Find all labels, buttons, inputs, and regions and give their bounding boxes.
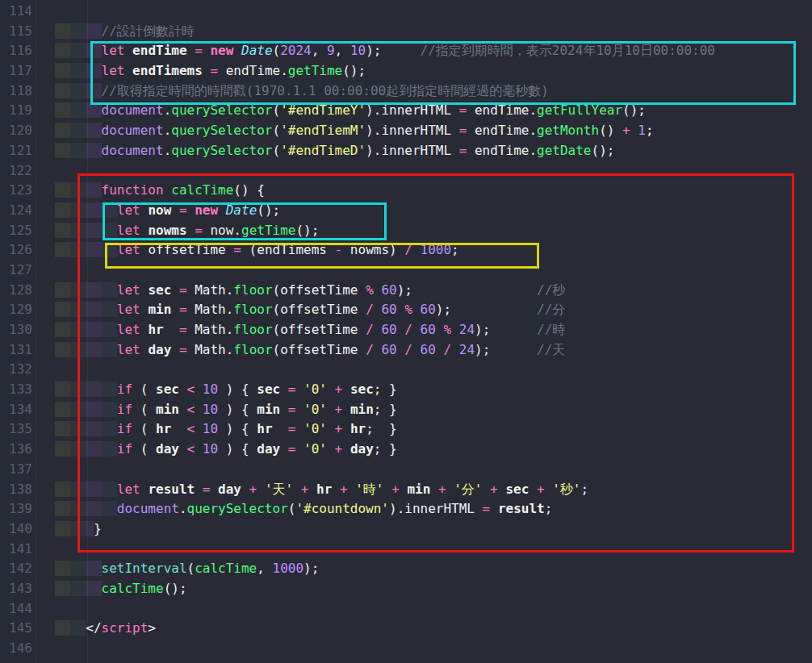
code-line[interactable]: 132 (0, 360, 812, 380)
indent-rainbow-stripe (40, 143, 55, 158)
indent-rainbow-stripe (70, 223, 86, 238)
indent-rainbow-stripe (70, 43, 86, 58)
indent-rainbow-stripe (55, 43, 70, 58)
code-line[interactable]: 126 let offsetTime = (endTimems - nowms)… (0, 240, 812, 261)
line-number: 143 (0, 579, 32, 599)
code-line[interactable]: 130 let hr = Math.floor(offsetTime / 60 … (0, 320, 812, 340)
indent-rainbow-stripe (70, 501, 86, 516)
indent-rainbow-stripe (86, 242, 101, 257)
line-number: 140 (0, 519, 32, 540)
line-number: 116 (0, 41, 32, 61)
code-line-text: document.querySelector('#endTimeD').inne… (40, 141, 615, 161)
code-line[interactable]: 117 let endTimems = endTime.getTime(); (0, 61, 812, 81)
code-line-text: let hr = Math.floor(offsetTime / 60 / 60… (40, 320, 566, 340)
line-number: 141 (0, 540, 32, 560)
indent-rainbow-stripe (70, 242, 86, 257)
code-line-text: if ( min < 10 ) { min = '0' + min; } (40, 400, 397, 420)
code-line[interactable]: 143 calcTime(); (0, 579, 812, 599)
code-line[interactable]: 135 if ( hr < 10 ) { hr = '0' + hr; } (0, 419, 812, 440)
indent-rainbow-stripe (55, 282, 70, 298)
code-line[interactable]: 146 (0, 639, 812, 659)
indent-rainbow-stripe (55, 342, 70, 357)
code-line[interactable]: 144 (0, 599, 812, 619)
code-editor[interactable]: 114115 //設計倒數計時116 let endTime = new Dat… (0, 0, 812, 663)
indent-rainbow-stripe (40, 23, 55, 39)
indent-rainbow-stripe (70, 182, 86, 198)
indent-rainbow-stripe (55, 102, 70, 118)
indent-rainbow-stripe (55, 521, 70, 536)
indent-rainbow-stripe (40, 43, 55, 58)
code-line[interactable]: 114 (0, 2, 812, 22)
indent-rainbow-stripe (86, 182, 101, 198)
indent-rainbow-stripe (55, 83, 70, 98)
indent-rainbow-stripe (102, 342, 117, 357)
indent-rainbow-stripe (40, 223, 55, 238)
indent-rainbow-stripe (86, 561, 101, 576)
code-line-text: //設計倒數計時 (40, 22, 195, 42)
indent-rainbow-stripe (86, 23, 101, 39)
code-line[interactable]: 139 document.querySelector('#countdown')… (0, 499, 812, 519)
code-line[interactable]: 134 if ( min < 10 ) { min = '0' + min; } (0, 400, 812, 420)
line-number: 130 (0, 320, 32, 340)
indent-rainbow-stripe (70, 83, 86, 98)
indent-rainbow-stripe (70, 620, 86, 636)
code-line[interactable]: 125 let nowms = now.getTime(); (0, 221, 812, 241)
code-line[interactable]: 115 //設計倒數計時 (0, 22, 812, 42)
indent-rainbow-stripe (102, 402, 117, 417)
indent-guide (36, 0, 36, 663)
indent-rainbow-stripe (55, 23, 70, 39)
indent-rainbow-stripe (86, 322, 101, 337)
indent-rainbow-stripe (55, 581, 70, 596)
indent-rainbow-stripe (70, 421, 86, 436)
indent-rainbow-stripe (70, 561, 86, 576)
indent-rainbow-stripe (102, 382, 117, 397)
line-number: 115 (0, 22, 32, 42)
line-number: 118 (0, 81, 32, 102)
code-line[interactable]: 136 if ( day < 10 ) { day = '0' + day; } (0, 440, 812, 460)
code-line-text: let nowms = now.getTime(); (40, 221, 320, 241)
code-line[interactable]: 123 function calcTime() { (0, 181, 812, 201)
line-number: 144 (0, 599, 32, 619)
indent-rainbow-stripe (70, 123, 86, 138)
code-line-text: document.querySelector('#endTiemM').inne… (40, 121, 654, 141)
code-line-text: document.querySelector('#endTimeY').inne… (40, 101, 646, 121)
code-line[interactable]: 128 let sec = Math.floor(offsetTime % 60… (0, 281, 812, 301)
code-line-text: let day = Math.floor(offsetTime / 60 / 6… (40, 340, 566, 361)
code-line[interactable]: 122 (0, 161, 812, 181)
indent-rainbow-stripe (55, 561, 70, 576)
indent-rainbow-stripe (86, 83, 101, 98)
code-line[interactable]: 137 (0, 460, 812, 480)
code-line[interactable]: 141 (0, 540, 812, 560)
code-line[interactable]: 131 let day = Math.floor(offsetTime / 60… (0, 340, 812, 361)
indent-rainbow-stripe (86, 282, 101, 298)
indent-rainbow-stripe (55, 382, 70, 397)
code-line[interactable]: 133 if ( sec < 10 ) { sec = '0' + sec; } (0, 380, 812, 400)
code-line[interactable]: 129 let min = Math.floor(offsetTime / 60… (0, 300, 812, 320)
code-line[interactable]: 142 setInterval(calcTime, 1000); (0, 559, 812, 579)
code-line-text: let offsetTime = (endTimems - nowms) / 1… (40, 240, 459, 261)
code-line[interactable]: 120 document.querySelector('#endTiemM').… (0, 121, 812, 141)
code-line-text: let min = Math.floor(offsetTime / 60 % 6… (40, 300, 566, 320)
indent-rainbow-stripe (70, 282, 86, 298)
indent-rainbow-stripe (102, 482, 117, 497)
indent-rainbow-stripe (86, 63, 101, 78)
code-line-text: if ( day < 10 ) { day = '0' + day; } (40, 440, 397, 460)
code-line[interactable]: 119 document.querySelector('#endTimeY').… (0, 101, 812, 121)
indent-rainbow-stripe (70, 581, 86, 596)
indent-rainbow-stripe (70, 143, 86, 158)
code-line[interactable]: 116 let endTime = new Date(2024, 9, 10);… (0, 41, 812, 61)
code-line-text: function calcTime() { (40, 181, 265, 201)
code-line-text: </script> (40, 619, 157, 639)
code-line[interactable]: 124 let now = new Date(); (0, 201, 812, 221)
code-line[interactable]: 145 </script> (0, 619, 812, 639)
code-line[interactable]: 127 (0, 261, 812, 281)
indent-rainbow-stripe (86, 402, 101, 417)
code-line[interactable]: 118 //取得指定時間的時間戳(1970.1.1 00:00:00起到指定時間… (0, 81, 812, 102)
code-line-text: document.querySelector('#countdown').inn… (40, 499, 553, 519)
code-line[interactable]: 138 let result = day + '天' + hr + '時' + … (0, 480, 812, 500)
code-line-text: if ( hr < 10 ) { hr = '0' + hr; } (40, 419, 397, 440)
indent-rainbow-stripe (40, 182, 55, 198)
code-line[interactable]: 121 document.querySelector('#endTimeD').… (0, 141, 812, 161)
code-line[interactable]: 140 } (0, 519, 812, 540)
indent-rainbow-stripe (40, 63, 55, 78)
